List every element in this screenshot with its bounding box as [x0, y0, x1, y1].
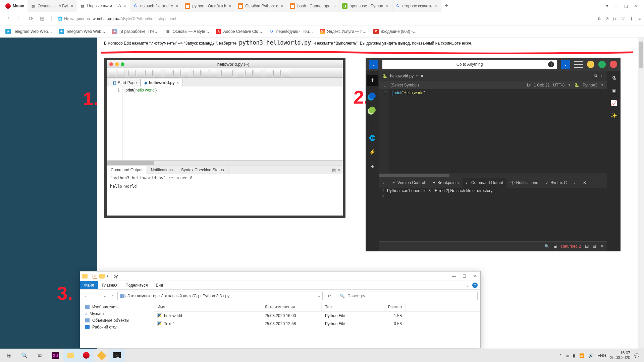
bookmark-item[interactable]: ✈Telegram Web Web… — [5, 29, 52, 34]
grid-icon[interactable]: ▦ — [593, 244, 596, 249]
ribbon-view[interactable]: Вид — [152, 281, 167, 289]
panel-nav-right[interactable]: › — [571, 178, 579, 188]
taskbar-app-unknown[interactable] — [94, 349, 109, 362]
hamburger-icon[interactable] — [574, 61, 583, 68]
language[interactable]: Python3 — [583, 83, 597, 87]
browser-tab[interactable]: ▤Основы — A Byt× — [28, 0, 77, 12]
list-icon[interactable]: ▤ — [585, 244, 589, 249]
forward-button[interactable]: 〉 — [15, 15, 23, 22]
file-row[interactable]: Text-1 25.03.2020 12:58 Python File 0 КБ — [154, 320, 480, 328]
close-icon[interactable]: × — [70, 3, 74, 9]
chevron-down-icon[interactable]: ⌄ — [318, 294, 320, 298]
browser-tab[interactable]: Gno such file or dire× — [130, 0, 182, 12]
breadcrumb-segment[interactable]: Локальный диск (C:)› — [161, 294, 202, 298]
wifi-icon[interactable]: 📶 — [579, 353, 584, 358]
language-indicator[interactable]: ENG — [597, 353, 606, 358]
back-button[interactable]: ← — [83, 293, 90, 299]
speed-dial-button[interactable]: ⊞ — [39, 15, 46, 22]
close-icon[interactable]: × — [332, 3, 336, 9]
browser-tab[interactable]: ▆bash - Cannot ope× — [287, 0, 339, 12]
tab-notifications[interactable]: ⓘ Notifications — [507, 178, 541, 188]
col-date[interactable]: Дата изменения — [261, 302, 322, 311]
snapshot-icon[interactable]: ⧉ — [598, 16, 601, 21]
security-indicator[interactable]: 🌐 Не защищено — [58, 16, 90, 21]
tab-command-output[interactable]: ›_ Command Output — [463, 178, 506, 188]
bookmark-item[interactable]: ✦[В разработке] The… — [112, 29, 159, 34]
battery-icon[interactable]: ▮ — [573, 353, 575, 358]
close-icon[interactable]: ✕ — [580, 178, 590, 188]
download-icon[interactable]: ⭳ — [630, 16, 634, 21]
breadcrumb-segment[interactable]: Этот компьютер› — [127, 294, 160, 298]
url-field[interactable]: 🌐 Не защищено wombat.org.ua/AByteOfPytho… — [58, 16, 594, 21]
align-icon[interactable]: ≡ — [368, 120, 376, 128]
breadcrumb[interactable]: › Этот компьютер› Локальный диск (C:)› P… — [117, 292, 323, 300]
breadcrumb-segment[interactable]: py — [225, 294, 230, 298]
panel-nav-left[interactable]: ‹ — [379, 178, 387, 188]
close-icon[interactable]: ✕ — [600, 244, 604, 249]
close-icon[interactable]: × — [175, 3, 179, 9]
browser-tab[interactable]: ◑opensuse - Python× — [339, 0, 392, 12]
close-icon[interactable]: × — [123, 3, 127, 8]
select-symbol[interactable]: (Select Symbol) — [390, 83, 419, 87]
col-type[interactable]: Тип — [322, 302, 372, 311]
minimize-dot-icon[interactable] — [587, 61, 594, 68]
share-icon[interactable]: ⪪ — [368, 162, 376, 170]
browser-tab[interactable]: ▆Ошибка Python: c× — [235, 0, 287, 12]
volume-icon[interactable]: 🔊 — [588, 353, 593, 358]
opera-menu-button[interactable]: Меню — [2, 3, 28, 9]
horizontal-scrollbar[interactable] — [379, 173, 607, 178]
clock[interactable]: 16:07 25.03.2020 — [610, 351, 630, 360]
bookmark-item[interactable]: AAdobe Creative Clo… — [216, 29, 262, 34]
tray-expand-icon[interactable]: ⌃ — [559, 353, 562, 358]
ribbon-share[interactable]: Поделиться — [121, 281, 152, 289]
minimize-icon[interactable]: — — [614, 4, 618, 8]
chart-icon[interactable]: 📈 — [610, 100, 617, 106]
heart-icon[interactable]: ♡ — [621, 16, 625, 21]
vertical-scrollbar[interactable] — [638, 38, 644, 349]
bookmark-item[interactable]: Gпереводчик - Пои… — [269, 29, 313, 34]
ribbon-home[interactable]: Главная — [98, 281, 122, 289]
code-editor[interactable]: 1 print('Hello,world') — [379, 89, 607, 173]
taskbar-app-xd[interactable]: Xd — [48, 349, 63, 362]
search-field[interactable]: 🔍 Поиск: py — [337, 292, 478, 300]
file-tab[interactable]: 🐍 helloworld.py • ✕ ⧉＋ — [379, 71, 607, 81]
start-button[interactable]: ⊞ — [1, 349, 17, 362]
browser-tab-active[interactable]: ▤Первые шаги — A× — [77, 0, 130, 12]
nav-item[interactable]: Объемные объекты — [80, 317, 154, 324]
bookmark-item[interactable]: ✈Telegram Web Web… — [59, 29, 105, 34]
nav-item[interactable]: ♪Музыка — [80, 310, 154, 317]
checkbox-icon[interactable]: ✓ — [93, 274, 97, 279]
circles-blue-icon[interactable] — [368, 92, 376, 100]
close-dot-icon[interactable] — [610, 61, 617, 68]
go-to-anything-field[interactable]: Go to Anything! — [382, 60, 557, 69]
tab-breakpoints[interactable]: ✱ Breakpoints — [429, 178, 462, 188]
help-icon[interactable]: ? — [472, 283, 478, 288]
maximize-icon[interactable]: ☐ — [463, 274, 466, 279]
new-tab-button[interactable]: + — [441, 2, 452, 9]
task-view-button[interactable]: ⧉ — [32, 349, 48, 362]
bookmark-item[interactable]: ▤Основы — A Byte… — [165, 29, 209, 34]
globe-icon[interactable]: 🌐 — [368, 134, 376, 142]
maximize-dot-icon[interactable] — [598, 61, 606, 68]
up-button[interactable]: ↑ — [110, 293, 115, 299]
breadcrumb-segment[interactable]: Python 3.8› — [203, 294, 224, 298]
circles-green-icon[interactable] — [368, 106, 376, 114]
close-icon[interactable]: × — [385, 3, 389, 9]
dom-icon[interactable]: ▣ — [611, 87, 616, 94]
ribbon-file[interactable]: Файл — [80, 281, 98, 289]
bookmark-item[interactable]: ЯЯндекс.Услуги — п… — [320, 29, 367, 34]
adblock-icon[interactable]: ⊘ — [605, 16, 609, 21]
easy-setup-icon[interactable]: ≡ — [638, 16, 641, 21]
taskbar-app-explorer[interactable] — [63, 349, 78, 362]
refresh-button[interactable]: ⟳ — [325, 294, 334, 298]
terminal-icon[interactable]: ▣ — [553, 244, 557, 249]
flask-icon[interactable]: ⚗ — [611, 75, 616, 81]
sparkle-icon[interactable]: ✨ — [610, 112, 617, 119]
close-icon[interactable]: × — [280, 3, 284, 9]
recent-button[interactable]: ⌄ — [102, 294, 107, 298]
taskbar-app-terminal[interactable]: ›_ — [109, 349, 125, 362]
expand-ribbon-icon[interactable]: ⌄ — [466, 283, 469, 288]
dropbox-icon[interactable]: ⧈ — [566, 353, 569, 358]
reload-button[interactable]: ⟳ — [28, 15, 35, 22]
col-size[interactable]: Размер — [372, 302, 406, 311]
